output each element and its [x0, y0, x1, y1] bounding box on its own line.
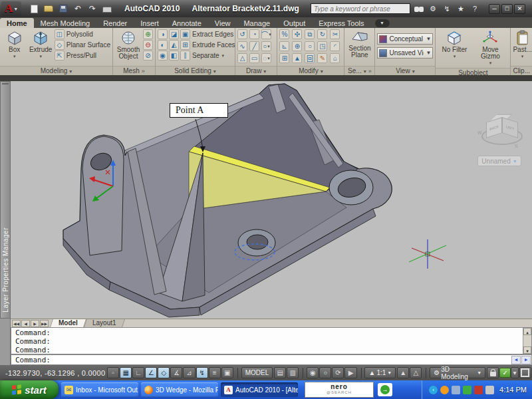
- compass-south-label[interactable]: S: [515, 144, 518, 148]
- panel-label-draw[interactable]: Draw: [235, 66, 277, 75]
- fillet-edge-icon[interactable]: ◪: [169, 29, 179, 39]
- box-button[interactable]: Box: [2, 29, 27, 60]
- smooth-more-icon[interactable]: ⊕: [143, 29, 153, 39]
- toggle-grid[interactable]: ▦: [120, 367, 132, 378]
- chamfer-icon[interactable]: ◜: [330, 41, 340, 51]
- tray-back-icon[interactable]: ‹: [429, 386, 438, 394]
- nero-go-button[interactable]: →: [378, 383, 392, 396]
- shell-icon[interactable]: ◧: [169, 51, 179, 61]
- rectangle-icon[interactable]: ▭: [249, 53, 259, 63]
- tab-home[interactable]: Home: [0, 18, 34, 28]
- toggle-otrack[interactable]: ∡: [170, 367, 182, 378]
- array-icon[interactable]: ⊕: [292, 41, 302, 51]
- separate-button[interactable]: ⫿ Separate: [180, 51, 240, 61]
- restore-button[interactable]: □: [501, 4, 513, 14]
- divide-icon[interactable]: %: [279, 29, 289, 39]
- erase-icon[interactable]: ✎: [317, 53, 327, 63]
- toggle-ducs[interactable]: ⊿: [183, 367, 195, 378]
- quick-view-drawings-icon[interactable]: ▥: [287, 367, 299, 378]
- toolbar-lock-icon[interactable]: [487, 367, 499, 378]
- panel-label-view[interactable]: View: [375, 66, 435, 75]
- stretch-icon[interactable]: ◳: [317, 41, 327, 51]
- command-history-scrollbar[interactable]: ▲ ▼: [523, 328, 531, 354]
- search-binoculars-icon[interactable]: [414, 5, 424, 13]
- toggle-lwt[interactable]: ≡: [209, 367, 221, 378]
- drawing-viewport[interactable]: Point A BACK LEFT W S Unnamed▼: [11, 81, 532, 319]
- polysolid-button[interactable]: ◫ Polysolid: [55, 29, 110, 39]
- tab-express-tools[interactable]: Express Tools: [312, 18, 370, 28]
- tab-output[interactable]: Output: [277, 18, 312, 28]
- tab-annotate[interactable]: Annotate: [166, 18, 208, 28]
- explode-icon[interactable]: ⌂: [330, 53, 340, 63]
- minimize-button[interactable]: ─: [489, 4, 500, 14]
- model-space-button[interactable]: MODEL: [241, 367, 273, 378]
- revision-cloud-icon[interactable]: ↺: [237, 29, 247, 39]
- tab-render[interactable]: Render: [96, 18, 134, 28]
- last-layout-button[interactable]: ▶▶: [40, 320, 49, 327]
- panel-label-section[interactable]: Se...: [344, 66, 374, 75]
- rotate-icon[interactable]: ↻: [317, 29, 327, 39]
- toggle-osnap[interactable]: ◇: [158, 367, 170, 378]
- tab-layout1[interactable]: Layout1: [84, 319, 124, 327]
- nero-search-deskband[interactable]: nero @SEARCH: [305, 382, 374, 398]
- point-a-annotation[interactable]: Point A: [170, 103, 228, 118]
- scroll-left-icon[interactable]: ◀: [511, 356, 521, 364]
- scale-icon[interactable]: ○: [305, 41, 315, 51]
- help-icon[interactable]: ?: [469, 5, 480, 13]
- workspace-switcher[interactable]: ⚙ 3D Modeling ▼: [430, 367, 485, 378]
- undo-button[interactable]: ↶: [72, 3, 84, 15]
- extract-edges-button[interactable]: ▣ Extract Edges: [180, 29, 240, 39]
- compass-west-label[interactable]: W: [477, 130, 482, 135]
- copy-icon[interactable]: ⧉: [305, 29, 315, 39]
- viewcube-named-view-button[interactable]: Unnamed▼: [477, 156, 521, 166]
- steering-wheel-icon[interactable]: ◉: [307, 367, 319, 378]
- plot-button[interactable]: [101, 3, 113, 15]
- 3d-align-icon[interactable]: ▲: [292, 53, 302, 63]
- prev-layout-button[interactable]: ◀: [21, 320, 30, 327]
- scroll-up-icon[interactable]: ▲: [523, 328, 531, 335]
- move-gizmo-button[interactable]: Move Gizmo: [472, 29, 508, 66]
- favorites-star-icon[interactable]: ★: [456, 5, 466, 13]
- ellipse-icon[interactable]: ◌: [261, 53, 271, 63]
- orbit-icon[interactable]: ⟳: [332, 367, 344, 378]
- showmotion-icon[interactable]: ▶: [344, 367, 356, 378]
- press-pull-button[interactable]: ⇱ Press/Pull: [55, 51, 110, 61]
- extrude-faces-button[interactable]: ⊞ Extrude Faces: [180, 40, 240, 50]
- panel-label-solid-editing[interactable]: Solid Editing: [156, 66, 235, 75]
- subscription-wrench-icon[interactable]: ⚙: [428, 5, 438, 13]
- redo-button[interactable]: ↷: [86, 3, 98, 15]
- smooth-refine-icon[interactable]: ⊘: [143, 51, 153, 61]
- tab-manage[interactable]: Manage: [237, 18, 277, 28]
- intersect-icon[interactable]: ◉: [158, 51, 168, 61]
- panel-label-modeling[interactable]: Modeling: [0, 66, 112, 75]
- annotation-visibility-icon[interactable]: ▲: [397, 367, 409, 378]
- save-button[interactable]: [57, 3, 69, 15]
- next-layout-button[interactable]: ▶: [31, 320, 39, 327]
- smooth-less-icon[interactable]: ⊖: [143, 40, 153, 50]
- scroll-down-icon[interactable]: ▼: [523, 346, 531, 354]
- tab-insert[interactable]: Insert: [134, 18, 166, 28]
- open-file-button[interactable]: [43, 3, 55, 15]
- toggle-qp[interactable]: ▣: [221, 367, 233, 378]
- region-icon[interactable]: ◔: [249, 29, 259, 39]
- line-icon[interactable]: ╱: [249, 41, 259, 51]
- toggle-dyn[interactable]: ↯: [196, 367, 208, 378]
- clean-screen-icon[interactable]: [519, 367, 531, 378]
- circle-icon[interactable]: ○: [261, 41, 271, 51]
- start-button[interactable]: start: [0, 380, 59, 399]
- subtract-icon[interactable]: ◐: [158, 40, 168, 50]
- panel-label-modify[interactable]: Modify: [277, 66, 344, 75]
- tray-display-icon[interactable]: [452, 386, 460, 394]
- scroll-right-icon[interactable]: ▶: [521, 356, 531, 364]
- application-menu-button[interactable]: A ▼: [1, 1, 21, 16]
- tab-mesh-modeling[interactable]: Mesh Modeling: [34, 18, 97, 28]
- extrude-button[interactable]: Extrude: [28, 29, 53, 60]
- toggle-polar[interactable]: ∠: [145, 367, 157, 378]
- tray-alert-icon[interactable]: [474, 386, 483, 394]
- layer-properties-palette-bar[interactable]: Layer Properties Manager: [0, 81, 11, 319]
- arc-icon[interactable]: ⌒: [261, 29, 271, 39]
- extend-icon[interactable]: ⊾: [279, 41, 289, 51]
- tray-printer-icon[interactable]: [485, 386, 494, 394]
- tray-clock-icon[interactable]: [440, 386, 449, 394]
- zoom-icon[interactable]: ○: [319, 367, 331, 378]
